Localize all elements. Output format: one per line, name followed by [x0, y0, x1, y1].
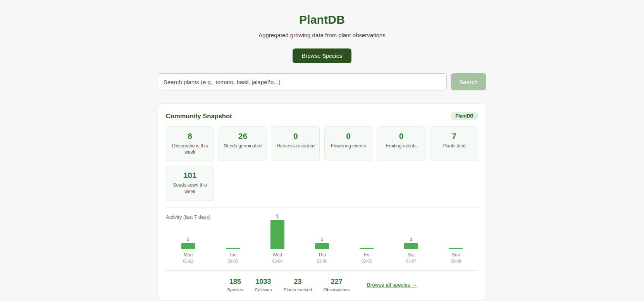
stat-tile-fruiting-events: 0 Fruiting events [377, 126, 425, 161]
chart-bar-group-mon: 1 Mon 03-02 [166, 213, 210, 263]
bar-value-label: 1 [321, 237, 323, 242]
stats-grid: 8 Observations this week 26 Seeds germin… [166, 126, 478, 201]
divider [166, 270, 478, 271]
stat-tile-flowering-events: 0 Flowering events [324, 126, 372, 161]
stat-tile-harvests-recorded: 0 Harvests recorded [272, 126, 320, 161]
stat-value: 101 [169, 171, 210, 180]
chart-bar [270, 220, 284, 249]
bar-value-label: 1 [187, 237, 189, 242]
chart-bar-group-tue: Tue 03-03 [210, 213, 255, 263]
chart-bar [404, 243, 418, 249]
bar-day-label: Sat [408, 252, 415, 258]
footer-stat-species: 185 Species [227, 278, 243, 292]
stat-label: Observations this week [169, 143, 210, 155]
bar-day-label: Mon [184, 252, 193, 258]
search-button[interactable]: Search [451, 73, 486, 90]
header: PlantDB Aggregated growing data from pla… [158, 13, 486, 63]
chart-bar [449, 248, 463, 249]
community-snapshot-card: Community Snapshot PlantDB 8 Observation… [158, 104, 486, 300]
plantdb-badge: PlantDB [451, 112, 478, 120]
footer-stat-label: Plants tracked [284, 287, 312, 292]
chart-bar [226, 248, 240, 249]
chart-title: Activity (last 7 days) [166, 214, 211, 220]
chart-bar-group-sun: Sun 03-08 [434, 213, 478, 263]
footer-stat-cultivars: 1033 Cultivars [255, 278, 272, 292]
browse-species-button[interactable]: Browse Species [293, 48, 351, 63]
bar-day-label: Tue [229, 252, 237, 258]
stat-label: Seeds germinated [222, 143, 263, 149]
stat-label: Fruiting events [381, 143, 422, 149]
page-subtitle: Aggregated growing data from plant obser… [158, 32, 486, 38]
footer-stat-observations: 227 Observations [324, 278, 350, 292]
stat-value: 0 [275, 131, 316, 141]
bar-day-label: Wed [273, 252, 282, 258]
bar-date-label: 03-03 [227, 259, 238, 263]
bar-date-label: 03-08 [451, 259, 461, 263]
footer-stat-value: 227 [324, 278, 350, 286]
stat-value: 7 [434, 131, 475, 141]
bar-day-label: Sun [452, 252, 460, 258]
page-title: PlantDB [158, 13, 486, 26]
chart-bar-group-sat: 1 Sat 03-07 [389, 213, 434, 263]
chart-bar [360, 248, 374, 249]
chart-bars: 1 Mon 03-02 Tue 03-03 5 [166, 213, 478, 263]
footer-stat-plants-tracked: 23 Plants tracked [284, 278, 312, 292]
chart-bar-group-thu: 1 Thu 03-05 [300, 213, 344, 263]
stat-value: 0 [381, 131, 422, 141]
card-header: Community Snapshot PlantDB [166, 112, 478, 120]
chart-bar-group-fri: Fri 03-06 [344, 213, 389, 263]
chart-bar [315, 243, 329, 249]
stat-tile-seeds-sown-week: 101 Seeds sown this week [166, 166, 214, 200]
stat-label: Flowering events [328, 143, 369, 149]
card-title: Community Snapshot [166, 112, 232, 120]
bar-value-label: 5 [276, 214, 279, 219]
bar-date-label: 03-05 [317, 259, 327, 263]
bar-date-label: 03-04 [272, 259, 282, 263]
page: PlantDB Aggregated growing data from pla… [158, 0, 486, 301]
stat-label: Harvests recorded [275, 143, 316, 149]
search-bar: Search [158, 73, 486, 90]
footer-stat-label: Observations [324, 287, 350, 292]
footer-stat-label: Species [227, 287, 243, 292]
footer-stat-value: 1033 [255, 278, 272, 286]
footer-stat-value: 23 [284, 278, 312, 286]
stat-tile-seeds-germinated: 26 Seeds germinated [219, 126, 267, 161]
stat-tile-plants-died: 7 Plants died [430, 126, 478, 161]
browse-all-species-link[interactable]: Browse all species → [367, 282, 417, 288]
bar-day-label: Thu [318, 252, 326, 258]
bar-date-label: 03-06 [362, 259, 372, 263]
stat-label: Seeds sown this week [169, 182, 210, 194]
activity-chart: Activity (last 7 days) 1 Mon 03-02 Tue [166, 208, 478, 263]
chart-bar [181, 243, 195, 249]
chart-bar-group-wed: 5 Wed 03-04 [255, 213, 300, 263]
stat-tile-observations-week: 8 Observations this week [166, 126, 214, 161]
bar-date-label: 03-02 [183, 259, 193, 263]
stat-value: 0 [328, 131, 369, 141]
footer-stat-label: Cultivars [255, 287, 272, 292]
bar-date-label: 03-07 [406, 259, 417, 263]
search-input[interactable] [158, 73, 447, 90]
stat-value: 8 [169, 131, 210, 141]
footer-stats: 185 Species 1033 Cultivars 23 Plants tra… [166, 278, 478, 292]
bar-day-label: Fri [364, 252, 369, 258]
stat-label: Plants died [434, 143, 475, 149]
stat-value: 26 [222, 131, 263, 141]
bar-value-label: 1 [410, 237, 412, 242]
footer-stat-value: 185 [227, 278, 243, 286]
